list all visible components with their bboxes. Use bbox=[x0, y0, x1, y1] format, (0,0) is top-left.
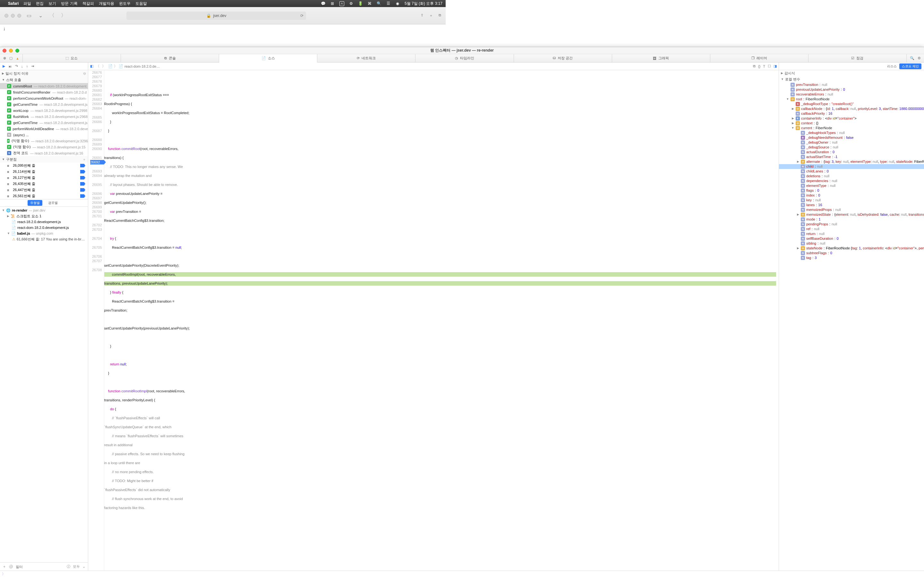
sidebar-toggle-icon[interactable]: ◧ bbox=[90, 64, 94, 68]
debugger-toolbar: ▶ ⏯ ↷ ↓ ↑ ⇥ bbox=[0, 63, 88, 70]
back-button[interactable]: 〈 bbox=[48, 12, 56, 19]
zoom-icon[interactable] bbox=[15, 49, 19, 53]
breakpoints-header[interactable]: ▼구분점＋ bbox=[0, 156, 88, 163]
share-icon[interactable]: ⇪ bbox=[421, 13, 423, 18]
inspector-title: 웹 인스펙터 — jser.dev — re-render bbox=[430, 48, 446, 53]
minimize-icon[interactable] bbox=[11, 14, 15, 18]
tree-file-babel[interactable]: ▼📄babel.js — unpkg.com bbox=[0, 230, 88, 236]
grid-icon[interactable]: ⊞ bbox=[330, 1, 335, 6]
breakpoint-grouping: 유형별 경로별 bbox=[0, 199, 88, 207]
sidebar-toggle-icon[interactable]: ▭ bbox=[25, 12, 33, 19]
close-icon[interactable]: ⊖ bbox=[83, 71, 86, 76]
source-code[interactable]: 2667626677266782667926680266812668226683… bbox=[88, 70, 446, 278]
siri-icon[interactable]: ◉ bbox=[395, 1, 400, 6]
wifi-icon[interactable]: ⌘ bbox=[367, 1, 372, 6]
network-icon: ⟳ bbox=[357, 56, 360, 60]
menu-window[interactable]: 윈도우 bbox=[119, 1, 131, 6]
group-by-path[interactable]: 경로별 bbox=[45, 200, 60, 206]
address-host: jser.dev bbox=[213, 13, 226, 18]
stack-frame[interactable]: F(익명 함수) — react-18.2.0.development.js:3… bbox=[0, 138, 88, 144]
tab-timeline[interactable]: ◷타임라인 bbox=[415, 54, 446, 62]
tree-file[interactable]: 📄react-18.2.0.development.js bbox=[0, 219, 88, 225]
address-bar[interactable]: 🔒 jser.dev ⟳ bbox=[126, 11, 306, 20]
debugger-sidebar: ▶ ⏯ ↷ ↓ ↑ ⇥ ▶일시 정지 이유⊖ ▼스택 호출 FcommitRoo… bbox=[0, 63, 88, 278]
stack-frame[interactable]: F(익명 함수) — react-18.2.0.development.js:1… bbox=[0, 144, 88, 150]
tree-root[interactable]: ▼🌐re-render — jser.dev bbox=[0, 207, 88, 213]
stack-frame[interactable]: N(async) ... bbox=[0, 132, 88, 138]
tree-warning[interactable]: ⚠ 61,666번째 줄: 17 You are using the in-br… bbox=[0, 236, 88, 242]
resume-icon[interactable]: ⏯ bbox=[8, 64, 12, 68]
console-icon: ⧉ bbox=[164, 56, 167, 60]
sources-tree: ▼🌐re-render — jser.dev ▶📜스크립트 요소 1 📄reac… bbox=[0, 207, 88, 278]
breakpoint-row[interactable]: ≡26,114번째 줄 bbox=[0, 169, 88, 175]
tree-script-group[interactable]: ▶📜스크립트 요소 1 bbox=[0, 213, 88, 219]
menu-edit[interactable]: 편집 bbox=[36, 1, 44, 6]
stack-frame[interactable]: FperformWorkUntilDeadline — react-18.2.0… bbox=[0, 126, 88, 132]
tab-group-chevron-icon[interactable]: ⌄ bbox=[37, 12, 44, 19]
menu-bookmarks[interactable]: 책갈피 bbox=[82, 1, 94, 6]
minimize-icon[interactable] bbox=[9, 49, 13, 53]
menu-develop[interactable]: 개발자용 bbox=[99, 1, 114, 6]
menu-file[interactable]: 파일 bbox=[23, 1, 31, 6]
menu-help[interactable]: 도움말 bbox=[136, 1, 147, 6]
source-panel: ◧ 〈 〉 📄〉📄 react-dom-18.2.0.de… ⧉ {} T ☐ … bbox=[88, 63, 446, 278]
close-icon[interactable] bbox=[5, 14, 8, 18]
element-picker-icon[interactable]: ⊕ bbox=[3, 56, 6, 60]
close-icon[interactable] bbox=[3, 49, 6, 53]
control-center-icon[interactable]: ☰ bbox=[386, 1, 391, 6]
tab-network[interactable]: ⟳네트워크 bbox=[317, 54, 415, 62]
device-icon[interactable]: ▢ bbox=[9, 56, 13, 60]
call-stack-header[interactable]: ▼스택 호출 bbox=[0, 77, 88, 83]
tree-file[interactable]: 📄react-dom-18.2.0.development.js bbox=[0, 225, 88, 230]
stack-frame[interactable]: FflushWork — react-18.2.0.development.js… bbox=[0, 113, 88, 119]
tabs-overview-icon[interactable]: ⧉ bbox=[439, 13, 441, 18]
breakpoint-toggle-icon[interactable]: ▶ bbox=[3, 64, 5, 68]
step-into-icon[interactable]: ↓ bbox=[21, 64, 23, 68]
reload-icon[interactable]: ⟳ bbox=[300, 13, 304, 18]
step-out-icon[interactable]: ↑ bbox=[26, 64, 28, 68]
step-over-icon[interactable]: ↷ bbox=[15, 64, 18, 68]
warning-icon[interactable]: ▲ bbox=[16, 56, 19, 60]
breakpoint-row[interactable]: ≡26,435번째 줄 bbox=[0, 181, 88, 187]
messages-icon[interactable]: 💬 bbox=[321, 1, 326, 6]
breakpoint-row[interactable]: ≡26,127번째 줄 bbox=[0, 175, 88, 181]
add-icon[interactable]: ＋ bbox=[82, 157, 86, 162]
step-icon[interactable]: ⇥ bbox=[31, 64, 34, 68]
menu-history[interactable]: 방문 기록 bbox=[61, 1, 78, 6]
stack-frame[interactable]: FworkLoop — react-18.2.0.development.js:… bbox=[0, 107, 88, 113]
lock-icon: 🔒 bbox=[206, 13, 211, 18]
nav-back-icon[interactable]: 〈 bbox=[96, 64, 99, 69]
breakpoint-row[interactable]: ≡26,095번째 줄 bbox=[0, 163, 88, 169]
zoom-icon[interactable] bbox=[17, 14, 21, 18]
window-controls[interactable] bbox=[5, 14, 21, 18]
app-name[interactable]: Safari bbox=[8, 1, 19, 6]
web-inspector-window: 웹 인스펙터 — jser.dev — re-render ⊕ ▢ ▲ ⬚요소 … bbox=[0, 47, 446, 278]
tab-sources[interactable]: 📄소스 bbox=[219, 54, 317, 63]
nav-fwd-icon[interactable]: 〉 bbox=[102, 64, 105, 69]
stack-frame[interactable]: FgetCurrentTime — react-18.2.0.developme… bbox=[0, 101, 88, 107]
breakpoint-row[interactable]: ≡26,561번째 줄 bbox=[0, 193, 88, 199]
tab-elements[interactable]: ⬚요소 bbox=[23, 54, 121, 62]
forward-button[interactable]: 〉 bbox=[60, 12, 67, 19]
keyboard-icon[interactable]: A bbox=[339, 1, 344, 6]
bluetooth-icon[interactable]: ⚙ bbox=[349, 1, 354, 6]
stack-frame[interactable]: FperformConcurrentWorkOnRoot — react-dom… bbox=[0, 95, 88, 101]
stack-frame[interactable]: FgetCurrentTime — react-18.2.0.developme… bbox=[0, 119, 88, 126]
stack-frame[interactable]: FfinishConcurrentRender — react-dom-18.2… bbox=[0, 89, 88, 95]
breadcrumb[interactable]: 📄〉📄 react-dom-18.2.0.de… bbox=[108, 64, 160, 69]
page-body-text: ; bbox=[0, 24, 446, 42]
battery-icon[interactable]: 🔋 bbox=[358, 1, 363, 6]
stack-frame[interactable]: S전역 코드 — react-18.2.0.development.js:16 bbox=[0, 150, 88, 156]
menu-view[interactable]: 보기 bbox=[48, 1, 56, 6]
tab-console[interactable]: ⧉콘솔 bbox=[121, 54, 219, 62]
breakpoint-row[interactable]: ≡26,447번째 줄 bbox=[0, 187, 88, 193]
safari-toolbar: ▭ ⌄ 〈 〉 🔒 jser.dev ⟳ ⇪ ＋ ⧉ bbox=[0, 7, 446, 24]
menubar-clock[interactable]: 5월 7일 (화) 오후 3:17 bbox=[405, 1, 443, 6]
pause-reason-header[interactable]: ▶일시 정지 이유⊖ bbox=[0, 70, 88, 77]
stack-frame[interactable]: FcommitRoot — react-dom-18.2.0.developme… bbox=[0, 83, 88, 89]
call-stack-list: FcommitRoot — react-dom-18.2.0.developme… bbox=[0, 83, 88, 156]
group-by-type[interactable]: 유형별 bbox=[27, 200, 42, 206]
elements-icon: ⬚ bbox=[65, 56, 69, 60]
search-icon[interactable]: 🔍 bbox=[376, 1, 381, 6]
new-tab-icon[interactable]: ＋ bbox=[429, 13, 433, 18]
